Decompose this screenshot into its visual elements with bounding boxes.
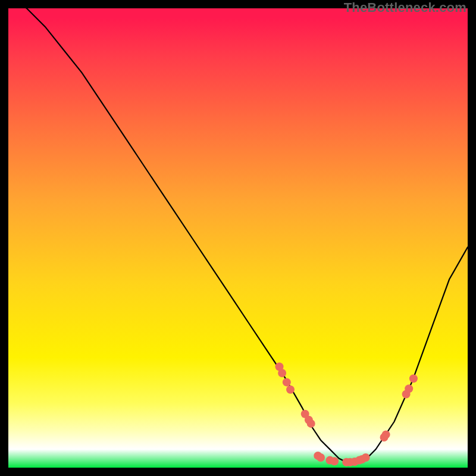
data-marker [283, 378, 291, 386]
data-marker [307, 419, 315, 428]
data-marker [382, 430, 390, 439]
bottleneck-chart [8, 8, 468, 468]
data-marker [278, 369, 286, 377]
data-marker [330, 457, 339, 465]
data-marker [317, 453, 325, 462]
data-marker [405, 384, 413, 393]
watermark-text: TheBottleneck.com [344, 0, 466, 15]
data-markers [275, 362, 418, 466]
data-marker [286, 386, 295, 394]
data-marker [409, 374, 418, 383]
data-marker [362, 453, 370, 462]
bottleneck-curve [8, 0, 468, 463]
